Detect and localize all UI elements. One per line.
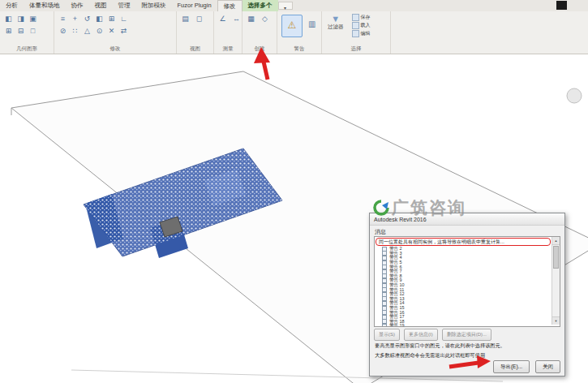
panel-label-modify: 修改 [54,44,176,54]
ribbon-tab[interactable]: 管理 [113,0,136,11]
demolish-icon[interactable]: □ [27,25,39,37]
measure-angle-icon[interactable]: ∠ [217,13,229,25]
move-icon[interactable]: + [69,13,81,25]
mini-label: 编辑 [361,30,371,37]
rotate-icon[interactable]: ↺ [81,13,93,25]
join-geometry-icon[interactable]: ◨ [15,13,27,25]
list-scrollbar[interactable]: ▲ ▼ [552,237,560,325]
scroll-up-icon[interactable]: ▲ [552,237,560,245]
dialog-action-row: 显示(S) 更多信息(I) 删除选定项目(D)... [374,329,491,341]
paint-icon[interactable]: ▣ [27,13,39,25]
warning-message-row[interactable]: 同一位置处具有相同实例，这将导致在明细表中重复计算... [376,238,551,246]
create-group-icon[interactable]: ▦ [245,13,257,25]
show-button[interactable]: 显示(S) [374,329,400,341]
unjoin-icon[interactable]: ⊟ [15,25,27,37]
panel-label-selection: 选择 [322,44,390,54]
panel-measure: ∠↔ 测量 [214,11,242,54]
ribbon-tabs: 分析体量和场地协作视图管理附加模块Fuzor Plugin修改选择多个 [0,0,278,11]
filter-label: 过滤器 [328,24,344,31]
array-icon[interactable]: ∷ [69,25,81,37]
mini-label: 保存 [361,14,371,21]
filter-icon: ▼ [331,14,340,24]
dimension-icon[interactable]: ↔ [230,13,242,25]
ribbon-tab[interactable]: 协作 [66,0,89,11]
warning-label: 警告 19 [389,323,405,327]
split-icon[interactable]: ⊘ [57,25,69,37]
close-button[interactable]: 关闭 [535,360,560,373]
panel-create: ▦◇ 创建 [242,11,277,54]
more-info-button[interactable]: 更多信息(I) [404,329,438,341]
ribbon-tab[interactable]: 分析 [0,0,24,11]
panel-modify: ≡+↺◧⊞∟⊘∷△⊙✕⇄ 修改 [54,11,177,54]
save-selection-button[interactable]: 保存 [352,13,371,21]
navigation-wheel[interactable] [567,88,582,103]
ribbon-tab[interactable]: Fuzor Plugin [172,0,217,11]
tab-options-dropdown[interactable]: ▾ [278,2,293,10]
thin-lines-icon[interactable]: ▤ [179,13,191,25]
dialog-hint-2: 大多数标准视图命令会无需退出此对话框即可使用 [375,352,485,359]
offset-icon[interactable]: ⇄ [118,25,130,37]
ribbon-tab[interactable]: 视图 [89,0,113,11]
panel-warning: ⚠ ▥ 警告 [277,11,322,54]
warning-message-text: 同一位置处具有相同实例，这将导致在明细表中重复计算... [379,239,504,244]
copy-icon[interactable]: ⊞ [105,13,118,25]
warning-list[interactable]: 同一位置处具有相同实例，这将导致在明细表中重复计算... 警告 2 警告 3 警… [374,236,560,327]
ribbon-tab[interactable]: 体量和场地 [24,0,66,11]
warning-dialog: Autodesk Revit 2016 消息 同一位置处具有相同实例，这将导致在… [369,213,565,377]
panel-label-create: 创建 [242,44,277,54]
align-icon[interactable]: ≡ [57,13,69,25]
trim-icon[interactable]: ∟ [118,13,130,25]
dialog-bottom-buttons: 导出(E)... 关闭 [493,360,560,373]
mini-icon [352,30,359,37]
panel-geometry: ◧◨▣⊞⊟□ 几何图形 [0,11,54,54]
warning-item[interactable]: 警告 19 [375,324,560,327]
panel-label-view: 视图 [177,44,213,54]
scale-icon[interactable]: △ [81,25,93,37]
delete-icon[interactable]: ✕ [105,25,118,37]
dialog-title: Autodesk Revit 2016 [374,217,427,222]
create-similar-icon[interactable]: ◇ [259,13,271,25]
ribbon-tab[interactable]: 修改 [217,0,242,11]
ribbon-tabbar: 分析体量和场地协作视图管理附加模块Fuzor Plugin修改选择多个 ▾ [0,0,588,11]
scroll-down-icon[interactable]: ▼ [552,316,560,325]
mini-icon [352,22,359,29]
show-warnings-button[interactable]: ⚠ [281,15,303,37]
mini-icon [352,14,359,21]
pin-icon[interactable]: ⊙ [93,25,105,37]
panel-label-geometry: 几何图形 [0,44,54,54]
ribbon-panels: ◧◨▣⊞⊟□ 几何图形 ≡+↺◧⊞∟⊘∷△⊙✕⇄ 修改 ▤◻ 视图 ∠↔ 测量 … [0,11,588,54]
panel-selection: ▼ 过滤器 保存 载入 编辑 选择 [322,11,391,54]
dialog-titlebar[interactable]: Autodesk Revit 2016 [370,213,564,226]
panel-view: ▤◻ 视图 [177,11,214,54]
warning-secondary-icon[interactable]: ▥ [306,17,319,32]
mirror-icon[interactable]: ◧ [93,13,105,25]
filter-button[interactable]: ▼ 过滤器 [324,13,347,32]
expand-icon[interactable] [382,324,387,327]
edit-selection-button[interactable]: 编辑 [352,29,371,37]
delete-checked-button[interactable]: 删除选定项目(D)... [442,329,491,341]
export-button[interactable]: 导出(E)... [493,360,530,373]
scrollbar-thumb[interactable] [553,246,559,269]
message-label: 消息 [375,228,386,236]
titlebar-fragment [556,1,567,10]
cut-geometry-icon[interactable]: ◧ [2,13,15,25]
load-selection-button[interactable]: 载入 [352,21,371,29]
panel-label-measure: 测量 [214,44,242,54]
hide-elements-icon[interactable]: ◻ [193,13,205,25]
panel-label-warning: 警告 [277,44,321,54]
dialog-hint-1: 要高亮显示图形窗口中的图元，请在此列表中选择该图元。 [375,342,505,350]
ribbon-tab[interactable]: 选择多个 [242,0,278,11]
ribbon: 分析体量和场地协作视图管理附加模块Fuzor Plugin修改选择多个 ▾ ◧◨… [0,0,588,54]
cope-icon[interactable]: ⊞ [2,25,15,37]
ribbon-tab[interactable]: 附加模块 [136,0,172,11]
mini-label: 载入 [361,22,371,29]
